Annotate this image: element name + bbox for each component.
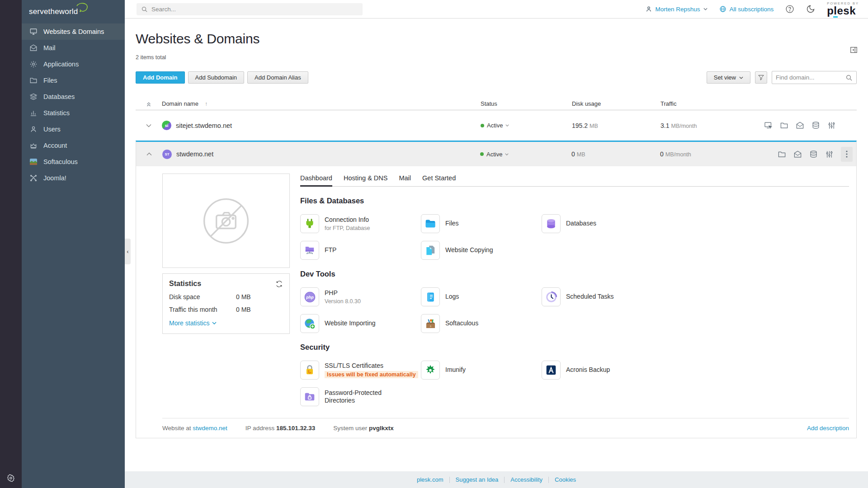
toolbox-icon: s	[425, 318, 437, 330]
logs-icon	[425, 291, 436, 303]
item-php[interactable]: php PHPVersion 8.0.30	[300, 287, 421, 306]
collapse-panel-icon[interactable]	[849, 46, 858, 56]
statistics-title: Statistics	[169, 280, 201, 288]
footer-link-cookies[interactable]: Cookies	[555, 476, 576, 483]
settings-gear-icon[interactable]	[6, 474, 15, 484]
domain-row-stwdemo: ST stwdemo.net Active 0MB 0MB/month	[136, 142, 856, 166]
sidebar-item-statistics[interactable]: Statistics	[22, 105, 125, 121]
files-icon[interactable]	[780, 121, 788, 130]
set-view-button[interactable]: Set view	[707, 71, 750, 84]
sidebar-collapse-handle[interactable]: ‹	[125, 239, 131, 264]
item-imunify[interactable]: Imunify	[421, 361, 542, 380]
add-subdomain-button[interactable]: Add Subdomain	[188, 71, 245, 84]
section-files-databases: Files & Databases	[300, 197, 849, 205]
logo-text: servetheworld	[29, 7, 78, 16]
column-traffic[interactable]: Traffic	[660, 100, 772, 107]
item-website-copying[interactable]: Website Copying	[421, 241, 542, 260]
domain-name[interactable]: stwdemo.net	[176, 150, 213, 158]
sidebar-item-mail[interactable]: Mail	[22, 40, 125, 56]
item-connection-info[interactable]: Connection Infofor FTP, Database	[300, 214, 421, 233]
sidebar-item-joomla[interactable]: Joomla!	[22, 170, 125, 186]
php-icon: php	[304, 291, 316, 303]
topbar: Search... Morten Repshus All subscriptio…	[125, 0, 868, 19]
find-domain-search[interactable]	[772, 71, 857, 84]
item-logs[interactable]: Logs	[421, 287, 542, 306]
item-databases[interactable]: Databases	[542, 214, 849, 233]
plesk-logo[interactable]: POWERED BY plesk	[827, 2, 859, 17]
sort-asc-icon[interactable]: ↑	[205, 101, 208, 107]
footer-link-accessibility[interactable]: Accessibility	[510, 476, 542, 483]
preview-site-icon[interactable]	[764, 121, 773, 130]
collapse-all-icon[interactable]	[136, 101, 162, 107]
user-menu[interactable]: Morten Repshus	[645, 5, 708, 13]
search-placeholder: Search...	[151, 6, 176, 13]
tab-mail[interactable]: Mail	[399, 174, 411, 187]
mail-icon[interactable]	[793, 150, 802, 159]
sidebar-item-applications[interactable]: Applications	[22, 56, 125, 72]
main-area: Search... Morten Repshus All subscriptio…	[125, 0, 868, 488]
more-actions-kebab-icon[interactable]	[841, 147, 853, 162]
add-domain-alias-button[interactable]: Add Domain Alias	[247, 71, 308, 84]
global-search-input[interactable]: Search...	[137, 3, 363, 15]
databases-icon[interactable]	[811, 121, 820, 130]
status-cell[interactable]: Active	[480, 151, 571, 158]
item-website-importing[interactable]: Website Importing	[300, 314, 421, 333]
item-ftp[interactable]: FTP	[300, 241, 421, 260]
status-cell[interactable]: Active	[481, 122, 572, 129]
search-icon	[141, 6, 148, 13]
footer: plesk.com Suggest an Idea Accessibility …	[125, 471, 868, 488]
sidebar-item-databases[interactable]: Databases	[22, 89, 125, 105]
stat-disk-space: Disk space 0 MB	[169, 293, 283, 300]
person-icon	[645, 5, 652, 13]
filter-button[interactable]	[755, 71, 767, 84]
add-domain-button[interactable]: Add Domain	[136, 71, 185, 84]
sidebar-item-account[interactable]: Account	[22, 137, 125, 154]
copy-docs-icon	[425, 244, 436, 256]
sliders-icon[interactable]	[827, 121, 836, 130]
item-acronis-backup[interactable]: Acronis Backup	[542, 361, 849, 380]
databases-icon[interactable]	[809, 150, 818, 159]
system-user: pvglkxtx	[369, 425, 394, 432]
item-softaculous[interactable]: s Softaculous	[421, 314, 542, 333]
footer-link-plesk-com[interactable]: plesk.com	[417, 476, 443, 483]
refresh-icon[interactable]	[275, 280, 283, 288]
tab-dashboard[interactable]: Dashboard	[300, 174, 332, 187]
dark-mode-moon-icon[interactable]	[806, 5, 815, 14]
servetheworld-logo[interactable]: servetheworld	[22, 0, 125, 23]
mail-icon	[29, 44, 38, 52]
domain-name[interactable]: sitejet.stwdemo.net	[176, 122, 232, 129]
sidebar-item-websites-domains[interactable]: Websites & Domains	[22, 23, 125, 40]
sidebar-item-users[interactable]: Users	[22, 121, 125, 137]
footer-link-suggest-idea[interactable]: Suggest an Idea	[456, 476, 499, 483]
help-icon[interactable]	[785, 5, 794, 14]
tab-get-started[interactable]: Get Started	[422, 174, 456, 187]
table-header: Domain name ↑ Status Disk usage Traffic	[136, 98, 857, 110]
sliders-icon[interactable]	[825, 150, 834, 159]
add-description-link[interactable]: Add description	[807, 425, 849, 432]
plesk-underscore	[833, 16, 838, 18]
stat-traffic-month: Traffic this month 0 MB	[169, 306, 283, 313]
find-domain-input[interactable]	[776, 74, 845, 81]
column-domain-name[interactable]: Domain name	[162, 100, 198, 107]
more-statistics-link[interactable]: More statistics	[169, 319, 217, 327]
website-domain-link[interactable]: stwdemo.net	[193, 425, 227, 432]
files-folder-icon	[425, 218, 436, 230]
all-subscriptions-menu[interactable]: All subscriptions	[719, 5, 774, 13]
files-icon[interactable]	[778, 150, 786, 159]
sidebar-item-softaculous[interactable]: Softaculous	[22, 154, 125, 170]
expand-row-icon[interactable]	[136, 124, 162, 127]
sidebar-item-files[interactable]: Files	[22, 72, 125, 89]
collapse-row-icon[interactable]	[136, 152, 162, 156]
item-files[interactable]: Files	[421, 214, 542, 233]
column-status[interactable]: Status	[481, 100, 572, 107]
item-password-protected-directories[interactable]: Password-Protected Directories	[300, 387, 421, 406]
column-disk-usage[interactable]: Disk usage	[572, 100, 660, 107]
dashboard-tabs: Dashboard Hosting & DNS Mail Get Started	[300, 174, 849, 187]
user-icon	[29, 125, 38, 133]
logo-swoosh-icon	[76, 2, 90, 19]
mail-icon[interactable]	[796, 121, 804, 130]
tab-hosting-dns[interactable]: Hosting & DNS	[344, 174, 388, 187]
item-scheduled-tasks[interactable]: Scheduled Tasks	[542, 287, 849, 306]
chevron-down-icon	[505, 153, 509, 155]
item-ssl-certificates[interactable]: SSL/TLS Certificates Issues will be fixe…	[300, 361, 421, 380]
